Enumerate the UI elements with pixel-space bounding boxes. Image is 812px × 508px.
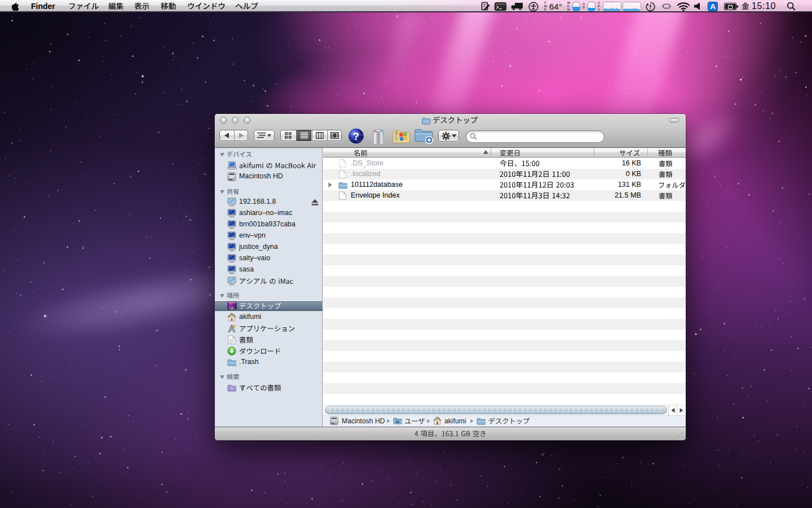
svg-text:A: A bbox=[710, 2, 716, 11]
svg-text:?: ? bbox=[353, 131, 359, 142]
